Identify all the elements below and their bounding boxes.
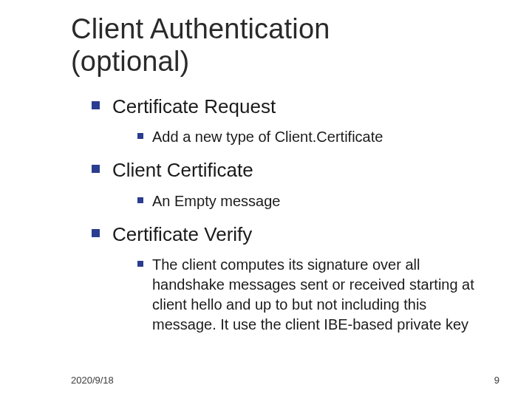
sub-list: An Empty message <box>137 191 488 211</box>
sub-list-item: The client computes its signature over a… <box>137 255 488 335</box>
square-bullet-icon <box>137 133 143 139</box>
sub-list-item-text: The client computes its signature over a… <box>152 256 474 332</box>
sub-list: Add a new type of Client.Certificate <box>137 127 488 147</box>
square-bullet-icon <box>92 165 100 173</box>
square-bullet-icon <box>137 197 143 203</box>
sub-list-item-text: An Empty message <box>152 193 280 209</box>
sub-list-item: Add a new type of Client.Certificate <box>137 127 488 147</box>
list-item-label: Certificate Request <box>112 95 276 117</box>
list-item-label: Certificate Verify <box>112 223 252 245</box>
sub-list-item-text: Add a new type of Client.Certificate <box>152 129 383 145</box>
list-item: Certificate Request Add a new type of Cl… <box>92 94 488 147</box>
bullet-list: Certificate Request Add a new type of Cl… <box>92 94 488 334</box>
slide: Client Authentication (optional) Certifi… <box>0 0 532 399</box>
list-item-label: Client Certificate <box>112 159 253 181</box>
square-bullet-icon <box>92 229 100 237</box>
sub-list-item: An Empty message <box>137 191 488 211</box>
slide-title: Client Authentication (optional) <box>71 13 488 78</box>
list-item: Certificate Verify The client computes i… <box>92 222 488 335</box>
title-line-1: Client Authentication <box>71 13 330 44</box>
square-bullet-icon <box>92 101 100 109</box>
square-bullet-icon <box>137 261 143 267</box>
title-line-2: (optional) <box>71 46 189 77</box>
list-item: Client Certificate An Empty message <box>92 157 488 211</box>
footer-date: 2020/9/18 <box>71 375 114 386</box>
footer-page-number: 9 <box>494 375 499 386</box>
sub-list: The client computes its signature over a… <box>137 255 488 335</box>
